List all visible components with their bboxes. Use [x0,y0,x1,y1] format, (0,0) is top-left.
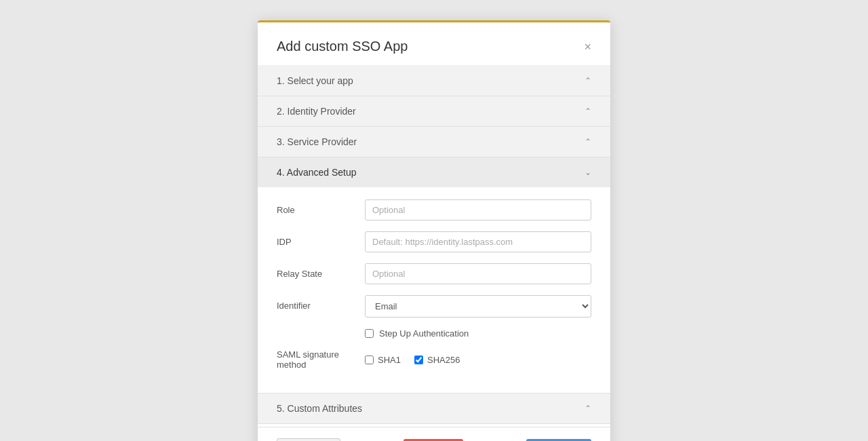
accordion-label-custom-attributes: 5. Custom Attributes [277,403,362,414]
modal: Add custom SSO App × 1. Select your app … [258,20,610,441]
identifier-select-wrap: Email Username [365,295,591,318]
identifier-label: Identifier [277,295,365,311]
chevron-icon-custom-attributes: ⌃ [585,404,591,413]
accordion-header-identity-provider[interactable]: 2. Identity Provider ⌃ [258,96,610,126]
accordion-header-custom-attributes[interactable]: 5. Custom Attributes ⌃ [258,394,610,423]
chevron-icon-service-provider: ⌃ [585,137,591,147]
relay-state-row: Relay State [277,263,591,284]
chevron-icon-identity-provider: ⌃ [585,107,591,116]
chevron-icon-advanced-setup: ⌄ [585,168,591,177]
role-label: Role [277,199,365,215]
step-up-auth-label: Step Up Authentication [379,328,469,339]
chevron-icon-select-app: ⌃ [585,76,591,85]
role-input[interactable] [365,199,591,220]
relay-state-input-wrap [365,263,591,284]
modal-title: Add custom SSO App [277,39,408,54]
accordion-section-select-app: 1. Select your app ⌃ [258,66,610,96]
saml-signature-row: SAML signature method SHA1 SHA256 [277,349,591,370]
accordion-section-advanced-setup: 4. Advanced Setup ⌄ Role IDP Relay State [258,157,610,394]
relay-state-label: Relay State [277,263,365,279]
sha256-option: SHA256 [414,355,460,365]
step-up-auth-checkbox[interactable] [365,329,374,338]
role-input-wrap [365,199,591,220]
sha1-label: SHA1 [378,355,401,365]
accordion-label-identity-provider: 2. Identity Provider [277,106,356,117]
identifier-select[interactable]: Email Username [365,295,591,318]
accordion-header-advanced-setup[interactable]: 4. Advanced Setup ⌄ [258,157,610,187]
cancel-button[interactable]: Cancel [277,438,340,441]
saml-signature-label: SAML signature method [277,349,365,370]
modal-header: Add custom SSO App × [258,22,610,66]
sha1-option: SHA1 [365,355,401,365]
identifier-row: Identifier Email Username [277,295,591,318]
accordion-label-advanced-setup: 4. Advanced Setup [277,167,357,178]
accordion-section-custom-attributes: 5. Custom Attributes ⌃ [258,394,610,424]
relay-state-input[interactable] [365,263,591,284]
accordion-section-identity-provider: 2. Identity Provider ⌃ [258,96,610,127]
idp-input[interactable] [365,231,591,252]
accordion-header-service-provider[interactable]: 3. Service Provider ⌃ [258,127,610,157]
idp-input-wrap [365,231,591,252]
sha256-label: SHA256 [427,355,460,365]
sha1-checkbox[interactable] [365,356,374,364]
saml-options: SHA1 SHA256 [365,355,460,365]
accordion-label-select-app: 1. Select your app [277,75,353,86]
step-up-auth-row: Step Up Authentication [277,328,591,339]
close-button[interactable]: × [584,41,591,53]
advanced-setup-body: Role IDP Relay State Id [258,187,610,393]
role-row: Role [277,199,591,220]
sha256-checkbox[interactable] [414,356,423,364]
accordion-section-service-provider: 3. Service Provider ⌃ [258,127,610,157]
modal-footer: Cancel Delete Save [258,427,610,441]
idp-row: IDP [277,231,591,252]
accordion-header-select-app[interactable]: 1. Select your app ⌃ [258,66,610,96]
idp-label: IDP [277,231,365,247]
accordion-label-service-provider: 3. Service Provider [277,136,357,147]
